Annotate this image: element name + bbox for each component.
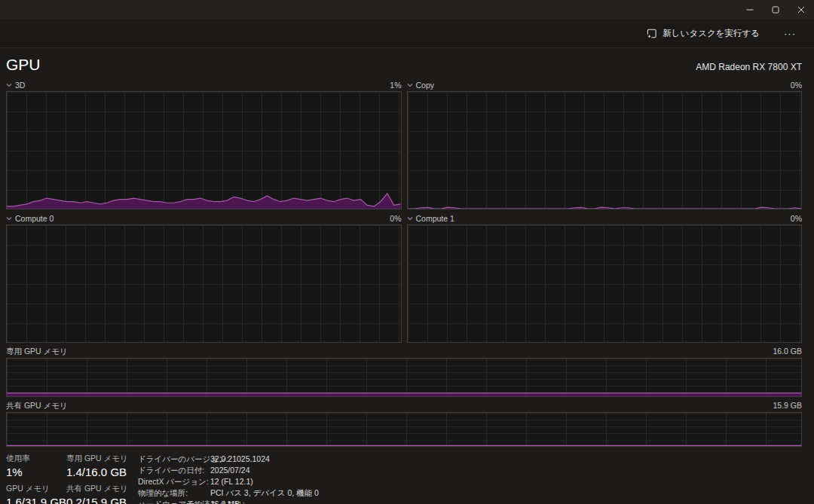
stats-section: 使用率 1% GPU メモリ 1.6/31.9 GB 専用 GPU メモリ 1.… xyxy=(6,454,802,504)
title-bar xyxy=(0,0,814,20)
chart-copy[interactable] xyxy=(407,91,803,209)
physical-location-value: PCI バス 3, デバイス 0, 機能 0 xyxy=(210,487,319,499)
chart-value-compute0: 0% xyxy=(390,214,401,223)
driver-version-value: 32.0.21025.1024 xyxy=(210,454,270,465)
physical-location-label: 物理的な場所: xyxy=(138,487,210,499)
toolbar: 新しいタスクを実行する ··· xyxy=(0,20,814,48)
chart-compute-1[interactable] xyxy=(407,225,803,343)
shared-memory-label: 共有 GPU メモリ xyxy=(6,401,68,411)
hw-reserved-memory-value: 16.0 MB xyxy=(210,499,240,504)
chart-compute-0[interactable] xyxy=(6,225,402,343)
chart-value-copy: 0% xyxy=(791,81,802,90)
chart-value-compute1: 0% xyxy=(791,214,802,223)
gpu-panel: GPU AMD Radeon RX 7800 XT 3D 1% Copy xyxy=(0,48,814,504)
utilization-label: 使用率 xyxy=(6,454,66,464)
more-options-button[interactable]: ··· xyxy=(775,25,805,42)
close-icon xyxy=(797,6,805,14)
gpu-memory-label: GPU メモリ xyxy=(6,484,66,494)
dedicated-memory-stat-value: 1.4/16.0 GB xyxy=(66,466,138,478)
gpu-memory-value: 1.6/31.9 GB xyxy=(6,496,66,504)
minimize-button[interactable] xyxy=(737,0,763,20)
driver-details: ドライバーのバージョン: 32.0.21025.1024 ドライバーの日付: 2… xyxy=(138,454,319,504)
driver-date-value: 2025/07/24 xyxy=(210,465,250,476)
minimize-icon xyxy=(746,6,754,14)
directx-version-label: DirectX バージョン: xyxy=(138,476,210,487)
chevron-down-icon[interactable] xyxy=(6,83,12,87)
chart-title-compute1: Compute 1 xyxy=(416,214,454,223)
shared-memory-stat-label: 共有 GPU メモリ xyxy=(66,484,138,494)
chart-value-3d: 1% xyxy=(390,81,401,90)
new-task-icon xyxy=(646,28,657,39)
gpu-name: AMD Radeon RX 7800 XT xyxy=(696,62,802,74)
utilization-value: 1% xyxy=(6,466,66,478)
chart-title-3d: 3D xyxy=(15,81,25,90)
chevron-down-icon[interactable] xyxy=(407,216,413,221)
chart-shared-gpu-memory[interactable] xyxy=(6,412,802,447)
chart-title-compute0: Compute 0 xyxy=(15,214,54,223)
close-button[interactable] xyxy=(788,0,814,20)
maximize-icon xyxy=(772,6,779,14)
dedicated-memory-scale: 16.0 GB xyxy=(773,347,802,356)
chevron-down-icon[interactable] xyxy=(407,83,413,87)
shared-memory-stat-value: 0.2/15.9 GB xyxy=(66,496,138,504)
chart-dedicated-gpu-memory[interactable] xyxy=(6,358,802,397)
maximize-button[interactable] xyxy=(763,0,788,20)
page-title: GPU xyxy=(6,56,41,74)
chart-title-copy: Copy xyxy=(416,81,435,90)
shared-memory-scale: 15.9 GB xyxy=(773,401,802,411)
hw-reserved-memory-label: ハードウェア予約済みメモリ: xyxy=(138,499,210,504)
directx-version-value: 12 (FL 12.1) xyxy=(210,476,253,487)
dedicated-memory-label: 専用 GPU メモリ xyxy=(6,347,68,356)
chart-3d[interactable] xyxy=(6,91,402,209)
driver-version-label: ドライバーのバージョン: xyxy=(138,454,210,465)
run-new-task-button[interactable]: 新しいタスクを実行する xyxy=(638,23,767,44)
dedicated-memory-stat-label: 専用 GPU メモリ xyxy=(66,454,138,464)
driver-date-label: ドライバーの日付: xyxy=(138,465,210,476)
chevron-down-icon[interactable] xyxy=(6,216,12,221)
run-new-task-label: 新しいタスクを実行する xyxy=(663,28,760,39)
